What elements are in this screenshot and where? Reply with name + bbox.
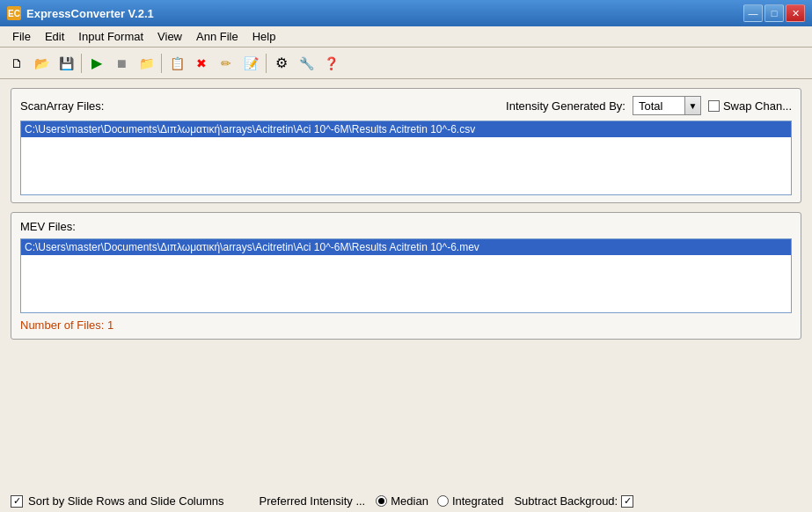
scanarray-header: ScanArray Files: Intensity Generated By:… xyxy=(20,96,792,115)
menu-input-format[interactable]: Input Format xyxy=(71,28,150,45)
mev-file-item[interactable]: C:\Users\master\Documents\Διπλωματική\ar… xyxy=(21,239,791,255)
menu-file[interactable]: File xyxy=(5,28,38,45)
toolbar-paste-button[interactable]: 📝 xyxy=(239,52,262,75)
toolbar-stop-button[interactable]: ⏹ xyxy=(110,52,133,75)
app-icon: EC xyxy=(7,6,21,20)
radio-median-label: Median xyxy=(391,494,428,508)
bottom-options: ✓ Sort by Slide Rows and Slide Columns P… xyxy=(0,487,812,512)
toolbar-help2-button[interactable]: ❓ xyxy=(319,52,342,75)
mev-file-list[interactable]: C:\Users\master\Documents\Διπλωματική\ar… xyxy=(20,238,792,313)
radio-group: Median Integrated xyxy=(376,494,503,508)
radio-median-dot[interactable] xyxy=(376,495,387,507)
menu-help[interactable]: Help xyxy=(245,28,283,45)
radio-median[interactable]: Median xyxy=(376,494,428,508)
close-button[interactable]: ✕ xyxy=(786,4,805,22)
dropdown-arrow-icon[interactable]: ▼ xyxy=(685,96,701,115)
toolbar-open-folder-button[interactable]: 📂 xyxy=(30,52,53,75)
sort-checkbox[interactable]: ✓ xyxy=(11,495,23,508)
preferred-intensity-label: Preferred Intensity ... xyxy=(260,494,366,508)
subtract-bg: Subtract Backgroud: ✓ xyxy=(514,494,633,508)
subtract-bg-checkbox[interactable]: ✓ xyxy=(621,495,633,508)
toolbar-edit-button[interactable]: ✏ xyxy=(215,52,238,75)
swap-chan-option: Swap Chan... xyxy=(708,99,792,113)
window-title: ExpressConverter V.2.1 xyxy=(26,7,154,20)
swap-chan-label: Swap Chan... xyxy=(723,99,792,113)
scanarray-group: ScanArray Files: Intensity Generated By:… xyxy=(11,88,801,203)
title-bar: EC ExpressConverter V.2.1 — □ ✕ xyxy=(0,0,812,26)
sort-label: Sort by Slide Rows and Slide Columns xyxy=(28,494,224,508)
menu-bar: File Edit Input Format View Ann File Hel… xyxy=(0,26,812,48)
toolbar-new-button[interactable]: 🗋 xyxy=(5,52,28,75)
preferred-intensity: Preferred Intensity ... Median Integrate… xyxy=(260,494,634,508)
scanarray-file-list[interactable]: C:\Users\master\Documents\Διπλωματική\ar… xyxy=(20,121,792,195)
swap-chan-checkbox[interactable] xyxy=(708,100,720,112)
toolbar-separator-1 xyxy=(81,54,82,73)
intensity-dropdown[interactable]: Total ▼ xyxy=(633,96,701,115)
maximize-button[interactable]: □ xyxy=(764,4,784,22)
minimize-button[interactable]: — xyxy=(743,4,763,22)
toolbar-copy-button[interactable]: 📋 xyxy=(165,52,188,75)
toolbar: 🗋 📂 💾 ▶ ⏹ 📁 📋 ✖ ✏ 📝 ⚙ 🔧 ❓ xyxy=(0,48,812,79)
toolbar-settings1-button[interactable]: ⚙ xyxy=(270,52,293,75)
toolbar-separator-2 xyxy=(161,54,162,73)
number-of-files-label: Number of Files: xyxy=(20,318,104,332)
title-bar-left: EC ExpressConverter V.2.1 xyxy=(7,6,154,20)
main-area: ScanArray Files: Intensity Generated By:… xyxy=(0,79,812,487)
intensity-value[interactable]: Total xyxy=(633,96,685,115)
toolbar-save-button[interactable]: 💾 xyxy=(55,52,77,75)
scanarray-file-item[interactable]: C:\Users\master\Documents\Διπλωματική\ar… xyxy=(21,121,791,137)
radio-integrated-dot[interactable] xyxy=(437,495,449,507)
title-bar-controls: — □ ✕ xyxy=(743,4,805,22)
number-of-files-value: 1 xyxy=(107,318,113,332)
toolbar-open2-button[interactable]: 📁 xyxy=(135,52,157,75)
mev-header: MEV Files: xyxy=(20,220,792,233)
menu-ann-file[interactable]: Ann File xyxy=(189,28,245,45)
sort-option: ✓ Sort by Slide Rows and Slide Columns xyxy=(11,494,224,508)
mev-group: MEV Files: C:\Users\master\Documents\Διπ… xyxy=(11,212,801,340)
scanarray-label: ScanArray Files: xyxy=(20,99,104,113)
subtract-bg-label: Subtract Backgroud: xyxy=(514,494,618,508)
toolbar-delete-button[interactable]: ✖ xyxy=(190,52,213,75)
menu-view[interactable]: View xyxy=(150,28,189,45)
toolbar-settings2-button[interactable]: 🔧 xyxy=(295,52,318,75)
toolbar-separator-3 xyxy=(266,54,267,73)
radio-integrated-label: Integrated xyxy=(452,494,504,508)
intensity-generated-label: Intensity Generated By: xyxy=(506,99,625,113)
radio-integrated[interactable]: Integrated xyxy=(437,494,504,508)
number-of-files: Number of Files: 1 xyxy=(20,318,792,332)
menu-edit[interactable]: Edit xyxy=(38,28,71,45)
intensity-controls: Intensity Generated By: Total ▼ Swap Cha… xyxy=(506,96,792,115)
toolbar-run-button[interactable]: ▶ xyxy=(85,52,108,75)
mev-label: MEV Files: xyxy=(20,220,76,233)
